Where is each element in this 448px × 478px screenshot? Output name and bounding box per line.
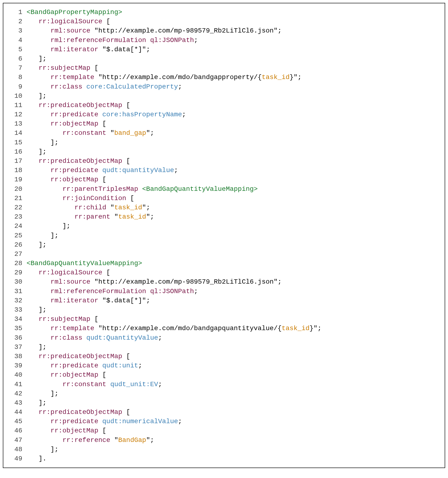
code-content: rr:predicateObjectMap [: [27, 101, 130, 110]
code-content: rr:subjectMap [: [27, 314, 98, 324]
token-str: ": [114, 436, 118, 444]
token-prefix: rr:: [74, 204, 86, 211]
token-punct: [: [126, 195, 134, 202]
code-line: 30 rml:source "http://example.com/mp-989…: [6, 277, 442, 286]
token-punct: ];: [50, 446, 59, 453]
code-content: rr:logicalSource [: [27, 17, 110, 26]
token-prefix: rr:: [50, 111, 62, 118]
token-cls: qudt:numericalValue: [102, 418, 178, 425]
token-punct: [98, 111, 102, 118]
token-prefix: rr:: [38, 269, 50, 276]
line-number: 37: [6, 342, 27, 352]
code-content: ];: [27, 138, 58, 147]
line-number: 13: [6, 119, 27, 128]
token-prefix: rml:: [50, 278, 66, 285]
token-term: referenceFormulation: [66, 37, 146, 44]
code-line: 19 rr:objectMap [: [6, 175, 442, 184]
token-punct: ;: [278, 278, 282, 285]
token-punct: [106, 381, 110, 388]
token-str: "http://example.com/mdo/bandgapproperty/…: [98, 74, 262, 81]
token-tag: <BandGapQuantityValueMapping>: [142, 185, 258, 193]
code-content: rr:child "task_id";: [27, 203, 150, 212]
code-content: rr:objectMap [: [27, 370, 106, 379]
line-number: 21: [6, 194, 27, 203]
token-term: predicateObjectMap: [50, 409, 122, 416]
line-number: 25: [6, 231, 27, 240]
token-punct: ;: [150, 129, 154, 137]
line-number: 5: [6, 45, 27, 54]
token-prefix: rr:: [50, 83, 62, 90]
token-punct: [90, 27, 94, 34]
token-punct: [: [98, 120, 106, 127]
token-str: "http://example.com/mdo/bandgapquantityv…: [98, 325, 282, 332]
token-punct: ];: [38, 148, 47, 156]
token-str: }": [289, 74, 298, 81]
line-number: 16: [6, 147, 27, 156]
code-content: rr:constant qudt_unit:EV;: [27, 380, 162, 389]
line-number: 20: [6, 184, 27, 194]
token-punct: [: [122, 157, 130, 165]
token-term: objectMap: [62, 120, 98, 127]
line-number: 44: [6, 408, 27, 417]
code-line: 20 rr:parentTriplesMap <BandGapQuantityV…: [6, 184, 442, 194]
token-punct: ;: [158, 334, 162, 341]
code-content: rml:iterator "$.data[*]";: [27, 45, 150, 54]
code-line: 31 rml:referenceFormulation ql:JSONPath;: [6, 287, 442, 296]
code-content: rr:objectMap [: [27, 119, 106, 128]
line-number: 12: [6, 110, 27, 119]
code-content: ];: [27, 54, 47, 63]
token-prefix: rr:: [62, 436, 74, 444]
line-number: 34: [6, 314, 27, 324]
code-content: <BandGapPropertyMapping>: [27, 8, 122, 17]
code-line: 3 rml:source "http://example.com/mp-9895…: [6, 26, 442, 35]
line-number: 33: [6, 305, 27, 314]
code-line: 45 rr:predicate qudt:numericalValue;: [6, 417, 442, 426]
token-punct: ;: [194, 288, 198, 295]
code-content: rr:reference "BandGap";: [27, 435, 154, 445]
token-punct: ].: [38, 455, 47, 462]
code-content: rr:template "http://example.com/mdo/band…: [27, 73, 301, 82]
token-punct: [82, 83, 86, 90]
code-line: 38 rr:predicateObjectMap [: [6, 352, 442, 361]
token-punct: ];: [50, 139, 59, 146]
token-prefix: rml:: [50, 46, 66, 53]
token-punct: [: [98, 176, 106, 183]
code-content: rr:predicateObjectMap [: [27, 352, 130, 361]
token-str: ": [146, 436, 150, 444]
line-number: 42: [6, 389, 27, 398]
token-punct: [: [122, 101, 130, 109]
code-line: 32 rml:iterator "$.data[*]";: [6, 296, 442, 305]
token-punct: [106, 204, 110, 211]
token-prefix: rr:: [50, 120, 62, 127]
code-line: 17 rr:predicateObjectMap [: [6, 156, 442, 166]
token-tmplvar: task_id: [262, 74, 289, 81]
token-str: "$.data[*]": [102, 297, 146, 304]
token-punct: ;: [150, 436, 154, 444]
token-punct: ;: [194, 37, 198, 44]
token-prefix: rr:: [50, 362, 62, 369]
token-term: predicateObjectMap: [50, 101, 122, 109]
code-line: 18 rr:predicate qudt:quantityValue;: [6, 166, 442, 175]
token-prefix: rr:: [50, 74, 62, 81]
token-punct: [98, 297, 102, 304]
token-prefix: rml:: [50, 288, 66, 295]
token-punct: [146, 288, 150, 295]
token-str: "http://example.com/mp-989579_Rb2LiTlCl6…: [94, 27, 278, 34]
token-term: logicalSource: [50, 269, 102, 276]
token-prefix: rr:: [50, 418, 62, 425]
token-punct: [98, 362, 102, 369]
token-punct: ;: [182, 111, 186, 118]
token-term: objectMap: [62, 176, 98, 183]
token-punct: [: [90, 64, 98, 72]
code-content: rr:objectMap [: [27, 426, 106, 435]
code-content: rr:parent "task_id";: [27, 212, 154, 221]
token-punct: ];: [50, 390, 59, 397]
code-content: rr:parentTriplesMap <BandGapQuantityValu…: [27, 184, 258, 194]
token-punct: ];: [38, 399, 47, 407]
token-punct: ;: [298, 74, 302, 81]
code-line: 35 rr:template "http://example.com/mdo/b…: [6, 324, 442, 333]
token-term: predicate: [62, 111, 98, 118]
token-punct: ;: [278, 27, 282, 34]
token-prefix: rr:: [50, 176, 62, 183]
token-term: joinCondition: [74, 195, 126, 202]
